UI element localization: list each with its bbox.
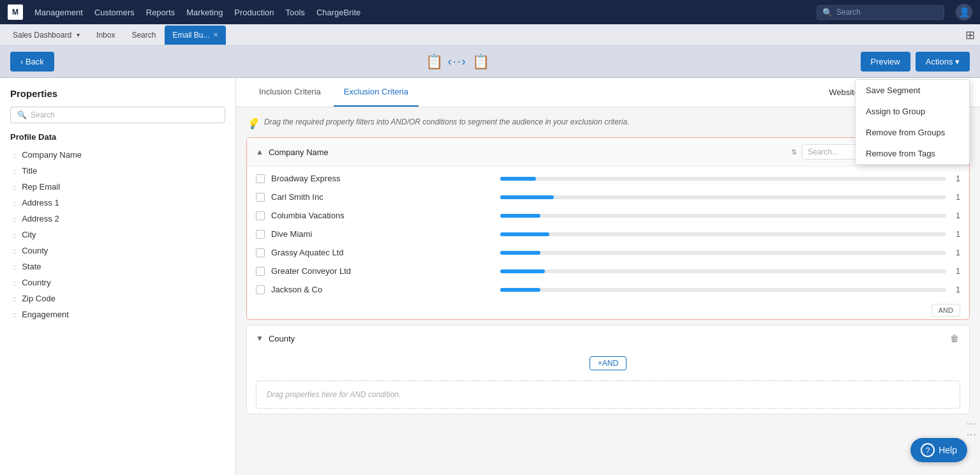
property-address1[interactable]: :: Address 1 xyxy=(10,195,225,211)
filter-count: 1 xyxy=(953,267,960,276)
sidebar-search-input[interactable] xyxy=(31,110,218,119)
county-filter-box: ▼ County 🗑 +AND Drag properties here for… xyxy=(246,325,970,414)
global-search-input[interactable] xyxy=(836,8,926,17)
nav-customers[interactable]: Customers xyxy=(94,8,135,17)
filter-checkbox[interactable] xyxy=(256,267,265,276)
filter-item-label: Greater Conveyor Ltd xyxy=(271,266,494,276)
filter-item: Greater Conveyor Ltd 1 xyxy=(247,262,969,280)
filter-bar-fill xyxy=(500,177,536,181)
property-list: :: Company Name :: Title :: Rep Email ::… xyxy=(10,147,225,465)
dropdown-remove-from-groups[interactable]: Remove from Groups xyxy=(856,122,969,143)
sidebar: Properties 🔍 Profile Data :: Company Nam… xyxy=(0,78,236,475)
flow-right-icon: 📋 xyxy=(472,54,489,70)
resize-handle[interactable]: ⋮⋮ xyxy=(963,416,980,443)
drag-handle-icon: :: xyxy=(13,183,17,191)
drag-handle-icon: :: xyxy=(13,295,17,303)
filter-bar-fill xyxy=(500,251,540,255)
and-badge: AND xyxy=(247,301,969,319)
global-search: 🔍 xyxy=(817,5,944,20)
filter-item: Carl Smith Inc 1 xyxy=(247,188,969,206)
nav-marketing[interactable]: Marketing xyxy=(186,8,223,17)
property-engagement[interactable]: :: Engagement xyxy=(10,306,225,322)
nav-chargebrite[interactable]: ChargeBrite xyxy=(316,8,360,17)
drop-zone: Drag properties here for AND condition. xyxy=(256,381,960,409)
filter-box-title: Company Name xyxy=(269,147,786,157)
filter-checkbox[interactable] xyxy=(256,248,265,257)
nav-production[interactable]: Production xyxy=(234,8,274,17)
property-label: Address 2 xyxy=(22,214,59,223)
tab-exclusion-criteria[interactable]: Exclusion Criteria xyxy=(334,78,419,107)
property-country[interactable]: :: Country xyxy=(10,275,225,290)
tab-sales-dashboard[interactable]: Sales Dashboard ▾ xyxy=(5,26,87,45)
filter-item-label: Broadway Express xyxy=(271,174,494,183)
filter-count: 1 xyxy=(953,230,960,239)
property-city[interactable]: :: City xyxy=(10,227,225,243)
filter-bar-track xyxy=(500,177,946,181)
collapse-icon[interactable]: ▼ xyxy=(256,334,264,343)
filter-checkbox[interactable] xyxy=(256,174,265,183)
help-button[interactable]: ? Help xyxy=(910,438,967,462)
property-title[interactable]: :: Title xyxy=(10,163,225,179)
filter-item-label: Grassy Aquatec Ltd xyxy=(271,248,494,257)
property-label: Country xyxy=(22,278,51,287)
filter-checkbox[interactable] xyxy=(256,211,265,220)
back-button[interactable]: ‹ Back xyxy=(10,52,54,72)
lightbulb-icon: 💡 xyxy=(246,117,259,130)
tab-bar-right: ⊞ xyxy=(965,28,975,42)
dropdown-remove-from-tags[interactable]: Remove from Tags xyxy=(856,143,969,164)
filter-item: Broadway Express 1 xyxy=(247,169,969,188)
filter-item: Dive Miami 1 xyxy=(247,225,969,243)
filter-bar-track xyxy=(500,251,946,255)
tab-label: Email Bu... xyxy=(172,31,209,40)
drag-handle-icon: :: xyxy=(13,215,17,223)
nav-tools[interactable]: Tools xyxy=(286,8,305,17)
tab-inbox[interactable]: Inbox xyxy=(89,26,122,45)
and-add-button[interactable]: +AND xyxy=(590,356,627,370)
drag-handle-icon: :: xyxy=(13,231,17,239)
property-rep-email[interactable]: :: Rep Email xyxy=(10,179,225,195)
flow-dots: ‹··› xyxy=(448,55,467,68)
tab-label: Inbox xyxy=(96,31,115,40)
logo: M xyxy=(8,4,23,20)
filter-bar-track xyxy=(500,232,946,236)
property-county[interactable]: :: County xyxy=(10,243,225,259)
help-circle-icon: ? xyxy=(921,443,935,457)
toolbar-center: 📋 ‹··› 📋 xyxy=(54,54,861,70)
delete-county-filter-icon[interactable]: 🗑 xyxy=(949,332,960,345)
property-address2[interactable]: :: Address 2 xyxy=(10,211,225,227)
property-state[interactable]: :: State xyxy=(10,259,225,275)
dropdown-assign-group[interactable]: Assign to Group xyxy=(856,101,969,122)
property-zip-code[interactable]: :: Zip Code xyxy=(10,290,225,306)
tab-bar: Sales Dashboard ▾ Inbox Search Email Bu.… xyxy=(0,24,980,46)
hint-content: Drag the required property filters into … xyxy=(264,117,630,126)
tab-inclusion-criteria[interactable]: Inclusion Criteria xyxy=(249,78,331,107)
sort-icon[interactable]: ⇅ xyxy=(791,148,797,156)
filter-checkbox[interactable] xyxy=(256,285,265,294)
property-label: City xyxy=(22,230,36,239)
county-header: ▼ County 🗑 xyxy=(247,326,969,351)
drag-handle-icon: :: xyxy=(13,151,17,159)
nav-management[interactable]: Management xyxy=(34,8,83,17)
filter-bar-container xyxy=(500,269,946,273)
preview-button[interactable]: Preview xyxy=(861,52,910,72)
filter-items: Broadway Express 1 Carl Smith Inc xyxy=(247,167,969,301)
dropdown-save-segment[interactable]: Save Segment xyxy=(856,80,969,101)
tab-close-icon[interactable]: ✕ xyxy=(213,31,218,38)
filter-count: 1 xyxy=(953,211,960,220)
tab-email-builder[interactable]: Email Bu... ✕ xyxy=(165,26,226,45)
grid-view-icon[interactable]: ⊞ xyxy=(965,29,975,41)
actions-button[interactable]: Actions ▾ xyxy=(916,52,970,72)
property-company-name[interactable]: :: Company Name xyxy=(10,147,225,163)
tab-search[interactable]: Search xyxy=(124,26,163,45)
filter-checkbox[interactable] xyxy=(256,230,265,239)
sidebar-search-icon: 🔍 xyxy=(17,110,27,119)
filter-checkbox[interactable] xyxy=(256,193,265,202)
nav-reports[interactable]: Reports xyxy=(146,8,175,17)
drag-handle-icon: :: xyxy=(13,263,17,271)
property-label: Address 1 xyxy=(22,198,59,207)
user-avatar[interactable]: 👤 xyxy=(956,4,972,20)
collapse-icon[interactable]: ▲ xyxy=(256,147,264,156)
filter-bar-fill xyxy=(500,214,540,218)
filter-item-label: Columbia Vacations xyxy=(271,211,494,220)
filter-item-label: Dive Miami xyxy=(271,229,494,239)
